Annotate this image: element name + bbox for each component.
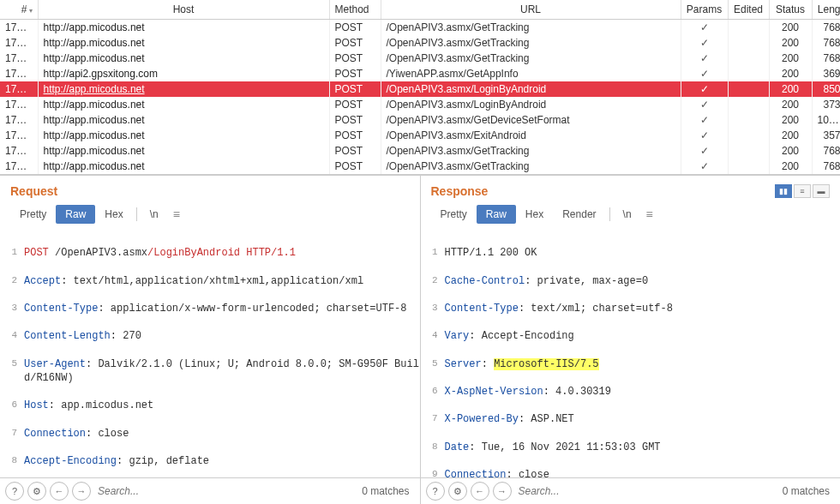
highlighted-server: Microsoft-IIS/7.5 bbox=[494, 358, 598, 370]
tab-separator bbox=[136, 207, 137, 221]
match-count: 0 matches bbox=[783, 485, 835, 497]
tab-render[interactable]: Render bbox=[553, 205, 605, 224]
gear-icon[interactable]: ⚙ bbox=[27, 482, 46, 501]
next-match-icon[interactable]: → bbox=[493, 482, 512, 501]
response-search-bar: ? ⚙ ← → 0 matches bbox=[421, 477, 841, 504]
search-input[interactable] bbox=[515, 483, 779, 499]
response-tabs: Pretty Raw Hex Render \n ≡ bbox=[421, 205, 841, 229]
tab-hex[interactable]: Hex bbox=[516, 205, 553, 224]
tab-newline[interactable]: \n bbox=[141, 205, 168, 224]
col-header-edited[interactable]: Edited bbox=[728, 0, 769, 20]
col-header-params[interactable]: Params bbox=[681, 0, 728, 20]
response-body[interactable]: 1HTTP/1.1 200 OK 2Cache-Control: private… bbox=[421, 229, 841, 477]
next-match-icon[interactable]: → bbox=[72, 482, 91, 501]
prev-match-icon[interactable]: ← bbox=[471, 482, 489, 501]
table-row[interactable]: 17234http://app.micodus.netPOST/OpenAPIV… bbox=[0, 51, 840, 66]
table-row[interactable]: 17229http://app.micodus.netPOST/OpenAPIV… bbox=[0, 128, 840, 143]
tab-hex[interactable]: Hex bbox=[95, 205, 132, 224]
tab-separator bbox=[609, 207, 610, 221]
request-title: Request bbox=[10, 184, 57, 198]
tab-menu-icon[interactable]: ≡ bbox=[173, 207, 180, 221]
request-body[interactable]: 1POST /OpenAPIV3.asmx/LoginByAndroid HTT… bbox=[0, 229, 420, 477]
help-icon[interactable]: ? bbox=[426, 482, 445, 501]
tab-pretty[interactable]: Pretty bbox=[431, 205, 477, 224]
request-search-bar: ? ⚙ ← → 0 matches bbox=[0, 477, 420, 504]
response-panel: Response ▮▮ ≡ ▬ Pretty Raw Hex Render \n… bbox=[421, 176, 841, 504]
col-header-id[interactable]: #▾ bbox=[0, 0, 38, 20]
table-row[interactable]: 17233http://api2.gpsxitong.comPOST/Yiwen… bbox=[0, 66, 840, 81]
col-header-host[interactable]: Host bbox=[38, 0, 329, 20]
request-tabs: Pretty Raw Hex \n ≡ bbox=[0, 205, 420, 229]
table-row[interactable]: 17228http://app.micodus.netPOST/OpenAPIV… bbox=[0, 143, 840, 159]
tab-raw[interactable]: Raw bbox=[56, 205, 95, 224]
tab-menu-icon[interactable]: ≡ bbox=[646, 207, 653, 221]
gear-icon[interactable]: ⚙ bbox=[448, 482, 467, 501]
layout-columns-icon[interactable]: ▮▮ bbox=[775, 184, 792, 198]
requests-table[interactable]: #▾ Host Method URL Params Edited Status … bbox=[0, 0, 840, 175]
col-header-method[interactable]: Method bbox=[329, 0, 381, 20]
table-row[interactable]: 17230http://app.micodus.netPOST/OpenAPIV… bbox=[0, 112, 840, 128]
search-input[interactable] bbox=[94, 483, 358, 499]
prev-match-icon[interactable]: ← bbox=[50, 482, 69, 501]
col-header-status[interactable]: Status bbox=[769, 0, 812, 20]
tab-newline[interactable]: \n bbox=[614, 205, 641, 224]
request-panel: Request Pretty Raw Hex \n ≡ 1POST /OpenA… bbox=[0, 176, 421, 504]
help-icon[interactable]: ? bbox=[5, 482, 24, 501]
table-row[interactable]: 17236http://app.micodus.netPOST/OpenAPIV… bbox=[0, 20, 840, 36]
tab-pretty[interactable]: Pretty bbox=[10, 205, 56, 224]
response-title: Response bbox=[431, 184, 489, 198]
layout-rows-icon[interactable]: ≡ bbox=[794, 184, 811, 198]
sort-indicator: ▾ bbox=[29, 7, 33, 15]
table-row[interactable]: 17227http://app.micodus.netPOST/OpenAPIV… bbox=[0, 159, 840, 174]
match-count: 0 matches bbox=[362, 485, 414, 497]
col-header-url[interactable]: URL bbox=[381, 0, 681, 20]
tab-raw[interactable]: Raw bbox=[477, 205, 516, 224]
col-header-length[interactable]: Leng bbox=[812, 0, 840, 20]
table-row[interactable]: 17235http://app.micodus.netPOST/OpenAPIV… bbox=[0, 35, 840, 51]
table-row[interactable]: 17232http://app.micodus.netPOST/OpenAPIV… bbox=[0, 81, 840, 97]
layout-single-icon[interactable]: ▬ bbox=[813, 184, 830, 198]
table-row[interactable]: 17231http://app.micodus.netPOST/OpenAPIV… bbox=[0, 97, 840, 112]
table-header-row: #▾ Host Method URL Params Edited Status … bbox=[0, 0, 840, 20]
